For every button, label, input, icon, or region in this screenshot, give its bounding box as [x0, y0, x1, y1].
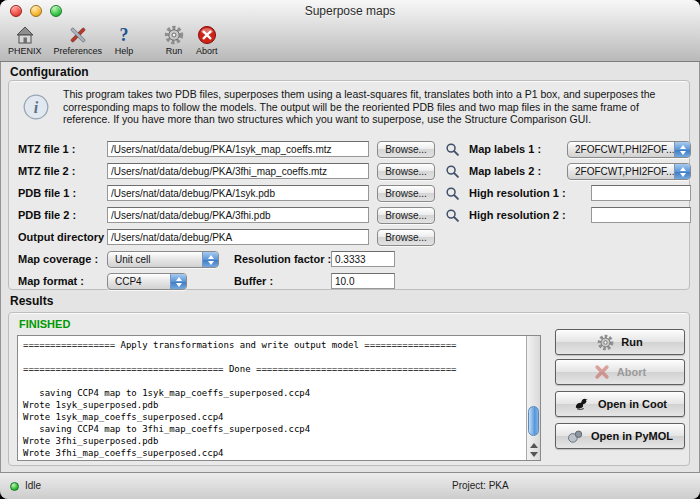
popup-arrows-icon [170, 274, 186, 289]
program-description: This program takes two PDB files, superp… [63, 88, 665, 126]
mtz-file-1-input[interactable] [107, 141, 369, 157]
pdb-file-2-input[interactable] [107, 207, 369, 223]
toolbar-abort-label: Abort [196, 46, 218, 56]
open-in-coot-label: Open in Coot [598, 398, 667, 410]
scrollbar-thumb[interactable] [528, 406, 539, 436]
map-format-label: Map format : [18, 275, 84, 287]
toolbar-preferences-label: Preferences [54, 46, 103, 56]
open-in-coot-button[interactable]: Open in Coot [555, 391, 685, 417]
pdb-file-1-row: PDB file 1 : Browse... High resolution 1… [9, 185, 691, 203]
map-format-popup[interactable]: CCP4 [107, 273, 187, 290]
popup-arrows-icon [674, 164, 690, 179]
abort-stop-icon [197, 23, 217, 46]
output-directory-browse-button[interactable]: Browse... [377, 229, 435, 246]
results-run-label: Run [621, 336, 642, 348]
mtz-file-1-browse-button[interactable]: Browse... [377, 141, 435, 158]
map-labels-1-popup[interactable]: 2FOFCWT,PHI2FOF... [567, 141, 691, 158]
pymol-molecule-icon [567, 428, 584, 445]
results-section-title: Results [10, 294, 53, 308]
configuration-panel: i This program takes two PDB files, supe… [8, 80, 690, 290]
pdb-file-1-label: PDB file 1 : [18, 187, 76, 199]
toolbar: PHENIX Preferences ? Help Run [8, 22, 230, 60]
pdb-file-1-browse-button[interactable]: Browse... [377, 185, 435, 202]
log-output[interactable]: ================= Apply transformations … [17, 335, 541, 461]
mtz-file-1-search-button[interactable] [442, 141, 462, 158]
pdb-file-1-search-button[interactable] [442, 185, 462, 202]
mtz-file-1-row: MTZ file 1 : Browse... Map labels 1 : 2F… [9, 141, 691, 159]
mtz-file-2-browse-button[interactable]: Browse... [377, 163, 435, 180]
open-in-pymol-button[interactable]: Open in PyMOL [555, 423, 685, 449]
toolbar-run-button[interactable]: Run [164, 22, 184, 56]
map-options-row-1: Map coverage : Unit cell Resolution fact… [9, 251, 691, 269]
status-led-icon [10, 482, 19, 491]
buffer-label: Buffer : [234, 275, 273, 287]
help-question-icon: ? [114, 23, 134, 46]
run-gear-icon [164, 23, 184, 46]
scrollbar-arrows [527, 438, 540, 460]
log-scrollbar[interactable] [526, 336, 540, 460]
map-coverage-popup[interactable]: Unit cell [107, 251, 219, 268]
map-labels-2-value: 2FOFCWT,PHI2FOF... [568, 164, 690, 177]
magnifier-icon [445, 164, 460, 179]
magnifier-icon [445, 142, 460, 157]
resolution-factor-input[interactable] [331, 251, 395, 267]
map-labels-2-label: Map labels 2 : [469, 165, 541, 177]
magnifier-icon [445, 186, 460, 201]
title-bar[interactable]: Superpose maps [0, 0, 700, 22]
magnifier-icon [445, 208, 460, 223]
popup-arrows-icon [674, 142, 690, 157]
toolbar-abort-button[interactable]: Abort [196, 22, 218, 56]
output-directory-input[interactable] [107, 229, 369, 245]
mtz-file-2-row: MTZ file 2 : Browse... Map labels 2 : 2F… [9, 163, 691, 181]
toolbar-phenix-label: PHENIX [8, 46, 42, 56]
svg-text:?: ? [120, 25, 129, 45]
mtz-file-2-search-button[interactable] [442, 163, 462, 180]
abort-x-icon [594, 364, 610, 380]
results-panel: FINISHED ================= Apply transfo… [8, 312, 690, 466]
info-icon: i [21, 92, 51, 122]
app-window: Superpose maps PHENIX Preferences ? Help [0, 0, 700, 499]
pdb-file-2-row: PDB file 2 : Browse... High resolution 2… [9, 207, 691, 225]
map-options-row-2: Map format : CCP4 Buffer : [9, 273, 691, 291]
popup-arrows-icon [202, 252, 218, 267]
toolbar-help-button[interactable]: ? Help [114, 22, 134, 56]
preferences-tools-icon [67, 23, 89, 46]
toolbar-phenix-button[interactable]: PHENIX [8, 22, 42, 56]
high-resolution-1-input[interactable] [591, 185, 691, 201]
pdb-file-1-input[interactable] [107, 185, 369, 201]
map-labels-2-popup[interactable]: 2FOFCWT,PHI2FOF... [567, 163, 691, 180]
map-coverage-label: Map coverage : [18, 253, 98, 265]
high-resolution-1-label: High resolution 1 : [469, 187, 566, 199]
status-text: Idle [25, 480, 41, 491]
high-resolution-2-input[interactable] [591, 207, 691, 223]
output-directory-row: Output directory : Browse... [9, 229, 691, 247]
coot-bird-icon [573, 396, 591, 412]
mtz-file-2-input[interactable] [107, 163, 369, 179]
scroll-up-icon[interactable] [530, 443, 538, 448]
project-label: Project: PKA [452, 480, 509, 491]
status-badge: FINISHED [19, 318, 70, 330]
results-run-button[interactable]: Run [555, 329, 685, 355]
svg-text:i: i [34, 99, 39, 116]
buffer-input[interactable] [331, 273, 395, 289]
open-in-pymol-label: Open in PyMOL [591, 430, 673, 442]
run-gear-icon [597, 334, 614, 351]
resolution-factor-label: Resolution factor : [234, 253, 331, 265]
map-labels-1-value: 2FOFCWT,PHI2FOF... [568, 142, 690, 155]
configuration-section-title: Configuration [10, 65, 89, 79]
window-title: Superpose maps [0, 4, 700, 18]
scroll-down-icon[interactable] [530, 452, 538, 457]
toolbar-help-label: Help [115, 46, 134, 56]
results-abort-label: Abort [617, 366, 646, 378]
toolbar-preferences-button[interactable]: Preferences [54, 22, 103, 56]
mtz-file-1-label: MTZ file 1 : [18, 143, 75, 155]
results-abort-button[interactable]: Abort [555, 359, 685, 385]
high-resolution-2-label: High resolution 2 : [469, 209, 566, 221]
status-bar: Idle Project: PKA [0, 472, 700, 499]
pdb-file-2-browse-button[interactable]: Browse... [377, 207, 435, 224]
window-header: Superpose maps PHENIX Preferences ? Help [0, 0, 700, 62]
mtz-file-2-label: MTZ file 2 : [18, 165, 75, 177]
map-labels-1-label: Map labels 1 : [469, 143, 541, 155]
phenix-home-icon [14, 23, 36, 46]
pdb-file-2-search-button[interactable] [442, 207, 462, 224]
